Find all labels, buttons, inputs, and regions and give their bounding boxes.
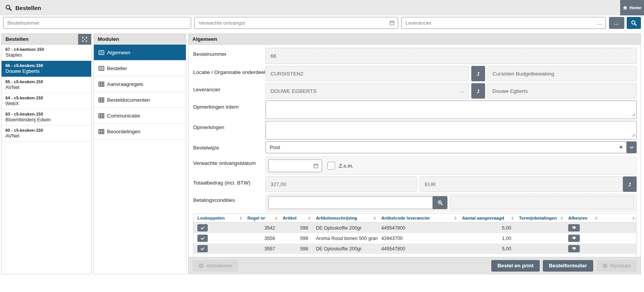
order-code: 60 - c5-keuken-150 [5,128,87,133]
sort-icon [374,216,376,220]
resize-grip[interactable] [632,133,636,138]
leverancier-field: DOUWE EGBERTS ... [265,83,469,99]
loskoppelen-check-button[interactable] [197,224,208,232]
column-header-artikel[interactable]: Artikel [279,214,312,222]
order-name: Bloembinderij Edwin [5,117,87,123]
module-item-besteldocumenten[interactable]: Besteldocumenten [94,92,186,108]
level-up-icon [627,181,632,187]
valuta-goto-button[interactable] [623,176,637,192]
calendar-icon[interactable] [389,20,395,26]
table-footer [194,254,636,257]
leverancier-search-input[interactable] [401,17,606,29]
sort-icon [561,216,563,220]
list-item-selected[interactable]: 66 - c5-keuken-150 Douwe Egberts [2,61,91,77]
ellipsis-icon: ... [460,90,465,92]
list-item[interactable]: 64 - c5-keuken-150 WebX [2,93,91,109]
zsm-checkbox[interactable] [327,162,335,169]
bestelwijze-label: Bestelwijze [193,141,265,153]
betalingscondities-search-button[interactable] [433,196,447,209]
more-filters-button[interactable]: ... [609,17,624,29]
betalingscondities-label: Betalingscondities [193,194,265,211]
sort-icon [308,216,310,220]
orders-panel: Bestellen 67 - c4-kantoor-150 Staples 66… [1,34,92,274]
afkeuren-thumbs-down-button[interactable] [568,245,580,252]
table-header-row: Loskoppelen Regel nr Artikel Artikelomsc… [194,214,636,223]
search-icon [5,5,12,11]
afkeuren-thumbs-down-button[interactable] [568,235,580,242]
opmerkingen-intern-textarea[interactable] [265,101,637,119]
order-code: 67 - c4-kantoor-150 [5,47,87,52]
cell-artikel: 598 [279,246,312,252]
betalingscondities-name-field [450,196,634,209]
bestelwijze-select[interactable] [265,141,627,153]
column-header-artikelomschrijving[interactable]: Artikelomschrijving [312,214,377,222]
expand-arrows-icon [82,37,87,42]
search-button[interactable] [627,17,641,29]
bestel-en-print-button[interactable]: Bestel en print [491,260,540,272]
column-header-aantal-aangevraagd[interactable]: Aantal aangevraagd [458,214,515,222]
table-icon [98,129,104,134]
table-row: 3557 598 DE Oploskoffie 200gr 445547800 … [194,243,636,254]
form-panel: Algemeen Bestelnummer 66 Locatie / Organ… [188,34,641,274]
column-header-regel-nr[interactable]: Regel nr [244,214,279,222]
cell-aantal: 5,00 [458,225,515,231]
home-button[interactable]: Home [620,0,644,15]
verwachte-ontvangst-search-input[interactable] [194,17,398,29]
loskoppelen-check-button[interactable] [197,235,208,242]
list-item[interactable]: 67 - c4-kantoor-150 Staples [2,45,91,61]
module-item-communicatie[interactable]: Communicatie [94,108,186,124]
cell-artikel: 598 [279,225,312,231]
order-name: AVNet [5,84,87,90]
clear-icon[interactable]: ✕ [619,145,623,150]
locatie-field: CURSISTEN2 [265,66,469,81]
order-code: 66 - c5-keuken-150 [5,63,87,68]
annuleren-button[interactable]: Annuleren [192,260,238,272]
orders-panel-title: Bestellen [5,36,28,42]
expand-button[interactable] [78,34,91,45]
order-name: Staples [5,52,87,58]
betalingscondities-input[interactable] [268,196,433,209]
form-panel-title: Algemeen [192,36,217,42]
resize-grip[interactable] [632,112,636,118]
list-item[interactable]: 65 - c5-keuken-150 AVNet [2,77,91,93]
bestelnummer-label: Bestelnummer [193,48,265,64]
module-item-besteller[interactable]: Besteller [94,60,186,76]
locatie-goto-button[interactable] [471,66,485,81]
bestelwijze-dropdown-button[interactable] [627,141,637,153]
column-header-loskoppelen[interactable]: Loskoppelen [194,214,244,222]
circle-x-icon [199,263,204,269]
list-item[interactable]: 63 - c5-keuken-150 Bloembinderij Edwin [2,109,91,126]
cell-artikelomschrijving: DE Oploskoffie 200gr [312,246,377,252]
sort-icon [275,216,277,220]
opmerkingen-textarea[interactable] [265,121,637,139]
module-item-aanvraagregels[interactable]: Aanvraagregels [94,76,186,92]
calendar-icon[interactable] [313,163,319,169]
list-item[interactable]: 60 - c5-keuken-150 AVNet [2,126,91,142]
leverancier-goto-button[interactable] [471,83,485,99]
module-item-algemeen[interactable]: Algemeen [94,45,186,60]
table-row: 3542 598 DE Oploskoffie 200gr 445547800 … [194,223,636,233]
order-code: 63 - c5-keuken-150 [5,112,87,116]
bestelformulier-button[interactable]: Bestelformulier [543,260,593,272]
column-header-termijnbetalingen[interactable]: Termijnbetalingen [515,214,564,222]
column-header-afkeuren[interactable]: Afkeuren [564,214,599,222]
cell-aantal: 1,00 [458,236,515,241]
module-item-beoordelingen[interactable]: Beoordelingen [94,124,186,139]
main-content: Bestellen 67 - c4-kantoor-150 Staples 66… [1,34,641,274]
table-icon [98,113,104,119]
afkeuren-thumbs-down-button[interactable] [568,224,580,232]
loskoppelen-check-button[interactable] [197,245,208,252]
bestelnummer-search-input[interactable] [3,17,191,29]
cell-artikelcode: 445547800 [377,246,458,252]
order-name: Douwe Egberts [5,68,87,74]
cell-artikelomschrijving: Aroma Rood bonen 500 gram [312,236,377,241]
verwachte-ontvangstdatum-label: Verwachte ontvangstdatum [193,157,265,175]
column-header-artikelcode-leverancier[interactable]: Artikelcode leverancier [377,214,458,222]
betalingscondities-group [265,194,637,211]
valuta-field: EUR [420,176,637,192]
cell-regel-nr: 3556 [244,236,279,241]
leverancier-label: Leverancier [193,83,265,99]
opslaan-button[interactable]: Opslaan [596,260,637,272]
list-alt-icon [98,65,104,71]
ellipsis-icon[interactable]: ... [597,22,602,24]
